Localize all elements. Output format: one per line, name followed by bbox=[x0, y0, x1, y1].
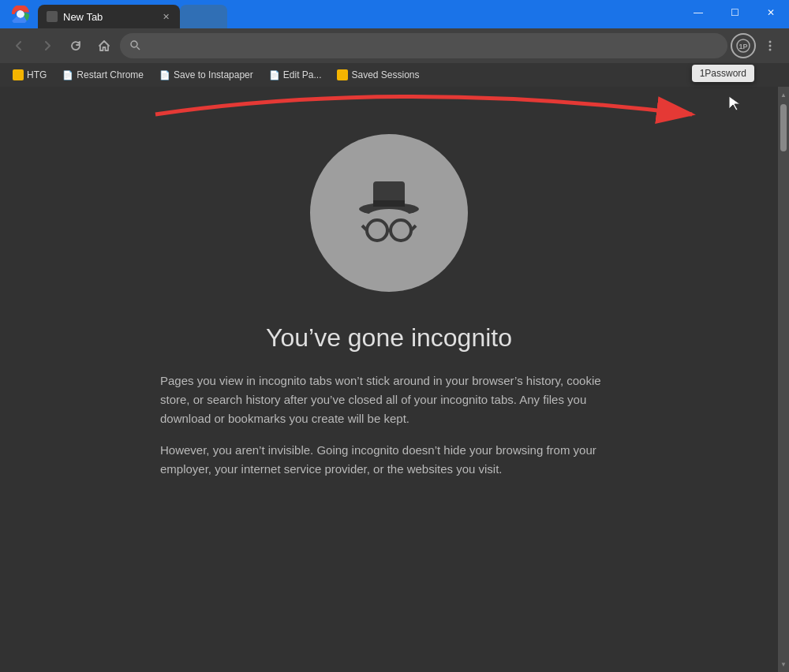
inactive-tab[interactable] bbox=[180, 5, 227, 28]
svg-point-2 bbox=[131, 41, 137, 47]
bookmark-edit-pa[interactable]: 📄 Edit Pa... bbox=[263, 68, 328, 82]
bookmark-label: Restart Chrome bbox=[77, 69, 144, 80]
search-icon bbox=[129, 39, 140, 53]
main-content: You’ve gone incognito Pages you view in … bbox=[0, 87, 789, 672]
omnibox[interactable] bbox=[120, 33, 727, 58]
bookmark-htg[interactable]: HTG bbox=[6, 68, 53, 82]
incognito-paragraph2: However, you aren’t invisible. Going inc… bbox=[160, 441, 618, 479]
bookmark-label: HTG bbox=[27, 69, 47, 80]
tab-title: New Tab bbox=[63, 11, 153, 23]
folder-icon-2 bbox=[337, 69, 348, 80]
scroll-up-arrow[interactable]: ▲ bbox=[778, 88, 789, 101]
svg-point-7 bbox=[769, 45, 772, 47]
chrome-menu-button[interactable] bbox=[757, 33, 783, 58]
1password-button[interactable]: 1P 1Password bbox=[731, 33, 756, 58]
close-button[interactable]: ✕ bbox=[753, 0, 789, 25]
tab-close-button[interactable]: ✕ bbox=[159, 10, 172, 23]
toolbar: 1P 1Password bbox=[0, 28, 789, 63]
folder-icon bbox=[13, 69, 24, 80]
page-icon: 📄 bbox=[159, 70, 170, 80]
extension-tooltip: 1Password bbox=[692, 65, 754, 82]
svg-line-3 bbox=[137, 47, 140, 50]
window-controls: — ☐ ✕ bbox=[680, 0, 789, 25]
incognito-paragraph1: Pages you view in incognito tabs won’t s… bbox=[160, 371, 618, 428]
reload-button[interactable] bbox=[63, 33, 88, 58]
chrome-logo bbox=[6, 0, 35, 28]
svg-point-6 bbox=[769, 41, 772, 43]
bookmark-save-instapaper[interactable]: 📄 Save to Instapaper bbox=[153, 68, 260, 82]
svg-rect-1 bbox=[47, 11, 58, 22]
home-button[interactable] bbox=[92, 33, 117, 58]
bookmark-saved-sessions[interactable]: Saved Sessions bbox=[331, 68, 425, 82]
svg-rect-12 bbox=[373, 200, 405, 207]
bookmark-label: Edit Pa... bbox=[283, 69, 322, 80]
extension-area: 1P 1Password bbox=[731, 33, 783, 58]
bookmark-label: Saved Sessions bbox=[351, 69, 419, 80]
bookmarks-bar: HTG 📄 Restart Chrome 📄 Save to Instapape… bbox=[0, 63, 789, 87]
scroll-thumb[interactable] bbox=[780, 104, 787, 151]
incognito-title: You’ve gone incognito bbox=[266, 323, 512, 353]
scroll-down-arrow[interactable]: ▼ bbox=[778, 658, 789, 670]
svg-point-8 bbox=[769, 49, 772, 51]
active-tab[interactable]: New Tab ✕ bbox=[38, 5, 180, 28]
bookmark-label: Save to Instapaper bbox=[174, 69, 253, 80]
scroll-track[interactable] bbox=[778, 101, 789, 658]
svg-text:1P: 1P bbox=[739, 43, 747, 50]
page-icon: 📄 bbox=[62, 70, 73, 80]
forward-button[interactable] bbox=[35, 33, 60, 58]
url-input[interactable] bbox=[147, 39, 718, 52]
tab-favicon bbox=[46, 10, 58, 23]
maximize-button[interactable]: ☐ bbox=[716, 0, 753, 25]
minimize-button[interactable]: — bbox=[680, 0, 716, 25]
incognito-icon bbox=[310, 134, 468, 292]
page-content: You’ve gone incognito Pages you view in … bbox=[0, 87, 778, 672]
page-icon: 📄 bbox=[269, 70, 280, 80]
scrollbar[interactable]: ▲ ▼ bbox=[778, 87, 789, 672]
bookmark-restart-chrome[interactable]: 📄 Restart Chrome bbox=[56, 68, 150, 82]
title-bar: New Tab ✕ — ☐ ✕ bbox=[0, 0, 789, 28]
back-button[interactable] bbox=[6, 33, 32, 58]
tab-strip: New Tab ✕ bbox=[38, 0, 227, 28]
